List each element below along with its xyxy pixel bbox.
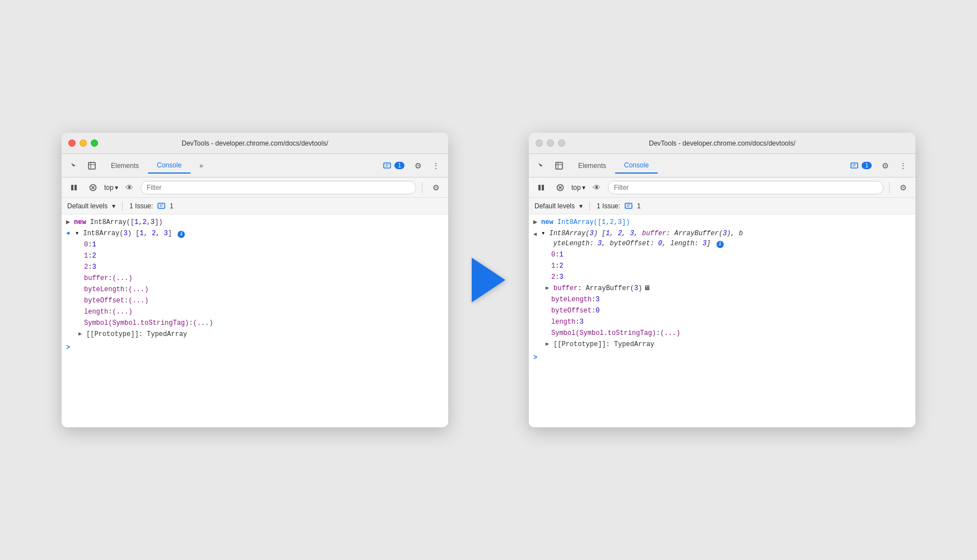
chevron-levels-right: ▾ (579, 202, 583, 210)
clear-icon-left[interactable] (85, 180, 101, 195)
inspect-icon-right[interactable] (551, 158, 567, 174)
code-text: ▾ Int8Array(3) [1, 2, 3, buffer: ArrayBu… (541, 228, 911, 249)
chevron-down-icon-right: ▾ (582, 184, 585, 192)
top-select-left[interactable]: top ▾ (104, 184, 118, 192)
message-icon-right[interactable]: 1 (847, 158, 875, 174)
right-window-title: DevTools - developer.chrome.com/docs/dev… (649, 139, 795, 147)
console-line: length: 3 (529, 316, 915, 328)
settings2-icon-left[interactable]: ⚙ (428, 180, 444, 195)
console-line: byteLength: (...) (62, 284, 448, 295)
filter-input-right[interactable] (608, 181, 883, 194)
collapse-icon[interactable]: ◀ (533, 230, 541, 240)
collapse-icon[interactable]: ◀ (66, 228, 74, 239)
run-icon-right[interactable] (533, 180, 549, 195)
right-tab-bar: Elements Console (569, 158, 845, 174)
maximize-button[interactable] (91, 139, 98, 147)
console-line: ▶ [[Prototype]]: TypedArray (529, 339, 915, 350)
left-window: DevTools - developer.chrome.com/docs/dev… (62, 133, 448, 427)
left-window-title: DevTools - developer.chrome.com/docs/dev… (182, 139, 328, 147)
console-line: Symbol(Symbol.toStringTag): (...) (62, 318, 448, 329)
divider-right (889, 182, 890, 193)
top-label-left: top (104, 184, 114, 192)
filter-input-left[interactable] (141, 181, 416, 194)
chevron-down-icon-left: ▾ (115, 184, 118, 192)
settings-icon-right[interactable]: ⚙ (877, 158, 893, 174)
settings-icon-left[interactable]: ⚙ (410, 158, 426, 174)
tab-console-right[interactable]: Console (615, 158, 658, 174)
badge-left: 1 (394, 162, 404, 169)
maximize-button-right[interactable] (558, 139, 565, 147)
direction-arrow (466, 258, 511, 302)
right-toolbar: Elements Console 1 ⚙ ⋮ (529, 154, 915, 178)
console-line: 2: 3 (529, 272, 915, 283)
message-icon-left[interactable]: 1 (380, 158, 408, 174)
divider-left (422, 182, 422, 193)
svg-rect-10 (538, 185, 541, 190)
expand-icon[interactable]: ▶ (546, 283, 553, 293)
left-console-toolbar: top ▾ 👁 ⚙ (62, 178, 448, 198)
console-line: ◀ ▾ Int8Array(3) [1, 2, 3] i (62, 228, 448, 239)
minimize-button-right[interactable] (547, 139, 554, 147)
right-traffic-lights (536, 139, 565, 147)
tab-console-left[interactable]: Console (148, 158, 190, 174)
prompt-right[interactable]: > (533, 353, 537, 363)
console-line: ◀ ▾ Int8Array(3) [1, 2, 3, buffer: Array… (529, 228, 915, 249)
issues-label-left: 1 Issue: (129, 202, 153, 210)
tab-elements-left[interactable]: Elements (102, 158, 148, 173)
expand-icon[interactable]: ▶ (78, 329, 86, 339)
console-line: ▶ new Int8Array([1,2,3]) (529, 217, 915, 228)
clear-icon-right[interactable] (552, 180, 568, 195)
close-button-right[interactable] (536, 139, 543, 147)
svg-rect-3 (75, 185, 77, 190)
console-line: 1: 2 (529, 260, 915, 272)
left-tab-bar: Elements Console » (102, 158, 378, 174)
left-titlebar: DevTools - developer.chrome.com/docs/dev… (62, 133, 448, 154)
console-prompt-right[interactable]: > (529, 352, 915, 363)
eye-icon-right[interactable]: 👁 (589, 180, 604, 195)
top-select-right[interactable]: top ▾ (571, 184, 585, 192)
issues-count-right: 1 (637, 202, 641, 210)
console-line: byteOffset: (...) (62, 295, 448, 306)
left-issues-bar: Default levels ▾ 1 Issue: 1 (62, 198, 448, 214)
default-levels-right: Default levels (534, 202, 575, 210)
inspect-icon[interactable] (84, 158, 100, 174)
svg-rect-13 (625, 203, 632, 208)
console-line: byteLength: 3 (529, 294, 915, 305)
console-line: 0: 1 (529, 249, 915, 260)
console-line: 1: 2 (62, 250, 448, 262)
svg-rect-11 (542, 185, 544, 190)
info-icon[interactable]: i (178, 231, 185, 238)
issues-label-right: 1 Issue: (597, 202, 620, 210)
run-icon-left[interactable] (66, 180, 82, 195)
info-icon[interactable]: i (717, 241, 724, 248)
more-icon-right[interactable]: ⋮ (895, 158, 911, 174)
console-line: length: (...) (62, 306, 448, 318)
minimize-button[interactable] (80, 139, 87, 147)
cursor-icon[interactable] (66, 158, 82, 174)
expand-icon[interactable]: ▶ (546, 339, 553, 349)
svg-rect-1 (384, 163, 390, 168)
top-label-right: top (571, 184, 581, 192)
more-icon-left[interactable]: ⋮ (428, 158, 444, 174)
code-text: new Int8Array([1,2,3]) (74, 217, 162, 227)
close-button[interactable] (68, 139, 76, 147)
code-text: ▾ Int8Array(3) [1, 2, 3] i (75, 228, 185, 239)
right-console-toolbar: top ▾ 👁 ⚙ (529, 178, 915, 198)
console-prompt-left[interactable]: > (62, 342, 448, 353)
cursor-icon-right[interactable] (533, 158, 549, 174)
svg-rect-5 (158, 203, 165, 208)
console-line: ▶ new Int8Array([1,2,3]) (62, 217, 448, 228)
tab-elements-right[interactable]: Elements (569, 158, 615, 173)
console-line: ▶ [[Prototype]]: TypedArray (62, 329, 448, 340)
scene: DevTools - developer.chrome.com/docs/dev… (62, 133, 915, 427)
expand-icon[interactable]: ▶ (533, 217, 541, 227)
eye-icon-left[interactable]: 👁 (122, 180, 137, 195)
right-console-content: ▶ new Int8Array([1,2,3]) ◀ ▾ Int8Array(3… (529, 214, 915, 427)
console-line: 0: 1 (62, 239, 448, 250)
expand-icon[interactable]: ▶ (66, 217, 74, 227)
console-line: buffer: (...) (62, 273, 448, 284)
settings2-icon-right[interactable]: ⚙ (895, 180, 911, 195)
svg-rect-0 (89, 162, 95, 169)
tab-more-left[interactable]: » (190, 158, 212, 173)
svg-rect-2 (71, 185, 73, 190)
